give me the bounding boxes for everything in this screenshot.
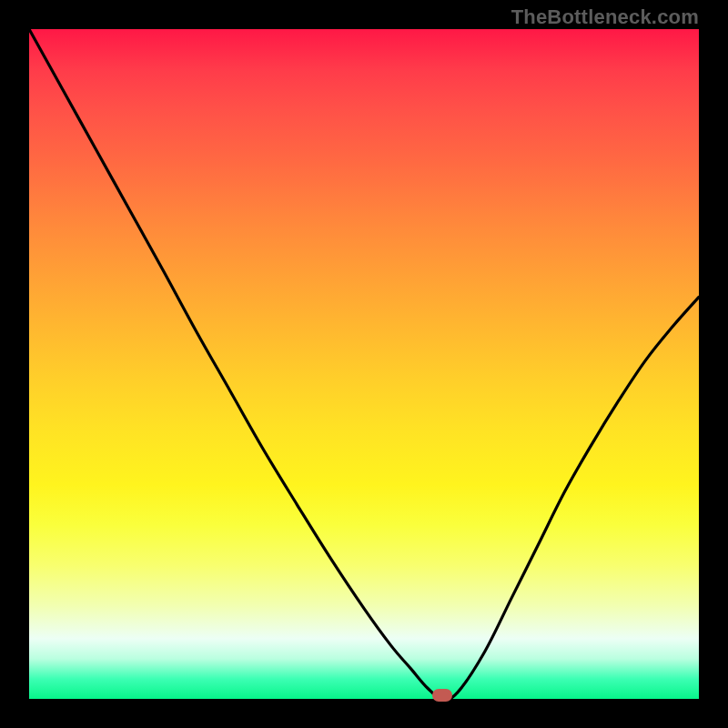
minimum-marker — [432, 689, 452, 702]
chart-frame: TheBottleneck.com — [0, 0, 728, 728]
chart-svg — [0, 0, 728, 728]
bottleneck-curve — [29, 29, 699, 700]
